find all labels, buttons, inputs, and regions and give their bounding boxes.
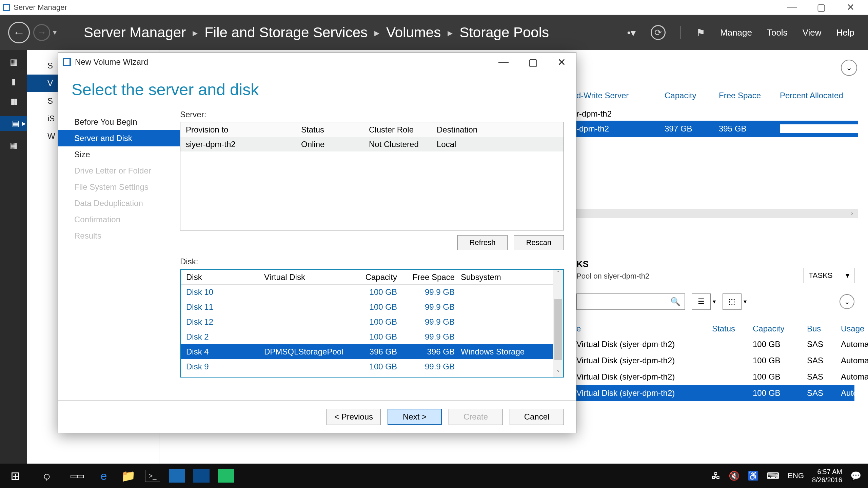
vd-row-3[interactable]: Virtual Disk (siyer-dpm-th2)100 GBSASAut… [576,385,854,401]
scroll-down-icon[interactable]: ˅ [557,369,560,377]
vd-col-bus[interactable]: Bus [807,324,841,333]
header-dropdown-icon[interactable]: •▾ [627,27,636,39]
collapse-panel-icon[interactable]: ⌄ [841,60,857,76]
menu-manage[interactable]: Manage [720,27,752,38]
taskview-button[interactable] [61,464,92,488]
minimize-button[interactable]: — [785,2,799,13]
ie-icon[interactable]: e [92,464,116,488]
server-col-dest[interactable]: Destination [437,125,505,135]
tray-notifications-icon[interactable]: 💬 [850,471,861,481]
disk-col-sub[interactable]: Subsystem [461,272,529,282]
maximize-button[interactable]: ▢ [814,2,828,13]
wizard-step-2[interactable]: Size [58,146,180,163]
tray-keyboard-icon[interactable]: ⌨ [767,471,780,481]
start-button[interactable] [0,464,31,488]
disk-table[interactable]: Disk Virtual Disk Capacity Free Space Su… [180,269,564,378]
col-capacity[interactable]: Capacity [665,91,719,100]
rail-all-servers[interactable] [7,96,20,106]
menu-help[interactable]: Help [836,27,854,38]
disk-col-vd[interactable]: Virtual Disk [264,272,349,282]
vd-row-0[interactable]: Virtual Disk (siyer-dpm-th2)100 GBSASAut… [576,336,854,352]
vd-col-usage[interactable]: Usage [841,324,868,333]
col-free[interactable]: Free Space [719,91,780,100]
crumb-storage-pools[interactable]: Storage Pools [459,24,549,41]
pools-row-0[interactable]: -dpm-th2 397 GB 395 GB [576,121,858,137]
nav-rail [0,50,27,464]
tray-language[interactable]: ENG [788,471,804,480]
tasks-dropdown-button[interactable]: TASKS ▾ [804,268,854,283]
menu-view[interactable]: View [803,27,822,38]
tray-accessibility-icon[interactable]: ♿ [748,471,758,481]
disk-col-cap[interactable]: Capacity [349,272,403,282]
vd-col-capacity[interactable]: Capacity [753,324,807,333]
next-button[interactable]: Next > [388,409,442,425]
server-col-status[interactable]: Status [301,125,369,135]
tray-volume-icon[interactable]: 🔇 [729,471,739,481]
disk-row-3[interactable]: Disk 2100 GB99.9 GB [181,329,553,344]
vd-search-input[interactable]: 🔍 [576,293,685,310]
previous-button[interactable]: < Previous [327,409,381,425]
wizard-maximize-button[interactable]: ▢ [528,56,538,68]
create-button[interactable]: Create [449,409,503,425]
scroll-thumb[interactable] [554,299,562,360]
tray-clock[interactable]: 6:57 AM 8/26/2016 [812,468,842,484]
vd-col-name[interactable]: e [576,324,712,333]
crumb-root[interactable]: Server Manager [84,24,186,41]
menu-tools[interactable]: Tools [767,27,788,38]
col-server[interactable]: d-Write Server [576,91,665,100]
powershell-icon[interactable]: >_ [140,464,165,488]
nav-forward-button[interactable]: → [33,24,50,41]
vd-save-button[interactable]: ⬚ [723,293,742,310]
scroll-up-icon[interactable]: ˄ [557,270,560,277]
new-volume-wizard-dialog: New Volume Wizard — ▢ ✕ Select the serve… [58,52,576,433]
tray-network-icon[interactable]: 🖧 [712,471,721,481]
pools-row-capacity: 397 GB [665,124,719,134]
cancel-button[interactable]: Cancel [510,409,564,425]
app-icon-2[interactable] [189,464,214,488]
tray-date: 8/26/2016 [812,476,842,484]
rail-file-storage[interactable] [0,116,27,131]
rail-disks[interactable] [7,140,20,150]
wizard-close-button[interactable]: ✕ [557,56,566,68]
app-icon-3[interactable] [214,464,238,488]
vd-row-1[interactable]: Virtual Disk (siyer-dpm-th2)100 GBSASAut… [576,352,854,369]
wizard-step-3: Drive Letter or Folder [58,163,180,179]
wizard-minimize-button[interactable]: — [498,56,509,68]
vd-col-status[interactable]: Status [712,324,753,333]
disk-col-disk[interactable]: Disk [186,272,264,282]
server-col-role[interactable]: Cluster Role [369,125,437,135]
search-button[interactable] [31,464,61,488]
disk-row-0[interactable]: Disk 10100 GB99.9 GB [181,285,553,300]
rail-dashboard[interactable] [7,57,20,67]
nav-back-button[interactable]: ← [8,22,30,43]
disk-row-1[interactable]: Disk 11100 GB99.9 GB [181,300,553,314]
refresh-icon[interactable]: ⟳ [651,25,666,40]
refresh-button[interactable]: Refresh [457,235,508,250]
vd-collapse-icon[interactable]: ⌄ [840,294,854,309]
wizard-step-1[interactable]: Server and Disk [58,130,180,146]
rail-local-server[interactable] [7,77,20,87]
crumb-fss[interactable]: File and Storage Services [204,24,368,41]
close-button[interactable]: ✕ [844,2,857,13]
disk-row-5[interactable]: Disk 9100 GB99.9 GB [181,359,553,374]
server-row-0[interactable]: siyer-dpm-th2 Online Not Clustered Local [180,137,564,151]
rescan-button[interactable]: Rescan [514,235,564,250]
crumb-volumes[interactable]: Volumes [386,24,441,41]
vd-filter-button[interactable]: ☰ [692,293,711,310]
server-table[interactable]: Provision to Status Cluster Role Destina… [180,122,564,230]
disk-row-4[interactable]: Disk 4DPMSQLStoragePool396 GB396 GBWindo… [181,344,553,359]
wizard-step-0[interactable]: Before You Begin [58,114,180,130]
disk-scrollbar[interactable]: ˄ ˅ [553,270,563,377]
nav-history-dropdown[interactable]: ▾ [53,28,57,37]
col-percent[interactable]: Percent Allocated [780,91,868,100]
pools-group-label[interactable]: r-dpm-th2 [576,107,858,121]
server-manager-taskbar-icon[interactable] [165,464,189,488]
vd-row-2[interactable]: Virtual Disk (siyer-dpm-th2)100 GBSASAut… [576,369,854,385]
pools-scrollbar[interactable]: › [576,209,858,218]
flag-icon[interactable]: ⚑ [696,27,705,39]
disk-row-2[interactable]: Disk 12100 GB99.9 GB [181,314,553,329]
server-col-provision[interactable]: Provision to [186,125,301,135]
disk-col-free[interactable]: Free Space [403,272,461,282]
explorer-icon[interactable]: 📁 [116,464,140,488]
wizard-steps-list: Before You BeginServer and DiskSizeDrive… [58,110,180,394]
